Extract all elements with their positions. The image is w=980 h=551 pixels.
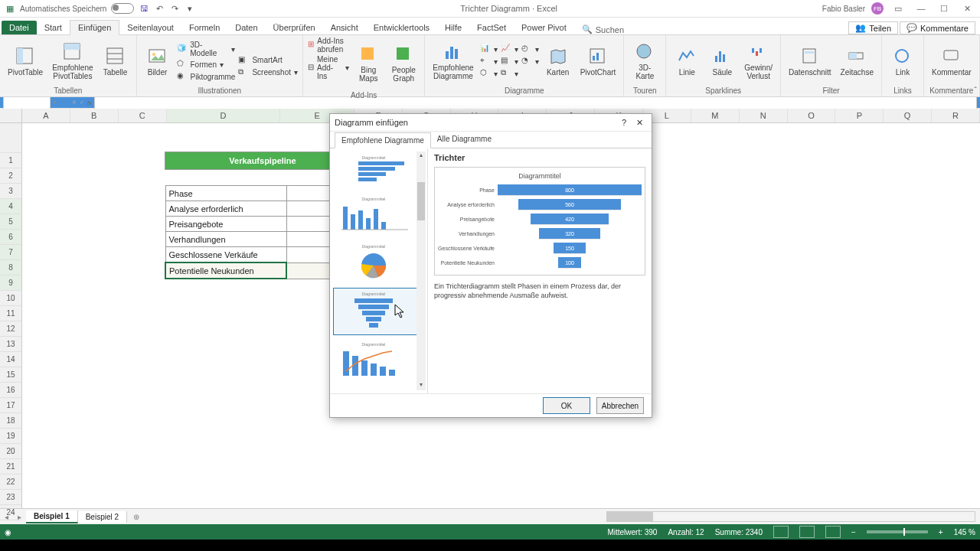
group-links-label: Links bbox=[887, 86, 919, 96]
tab-powerpivot[interactable]: Power Pivot bbox=[514, 21, 574, 34]
tab-formeln[interactable]: Formeln bbox=[181, 21, 227, 34]
active-cell[interactable]: Potentielle Neukunden bbox=[165, 262, 286, 279]
svg-point-28 bbox=[896, 50, 908, 62]
3d-models-button[interactable]: 🧊3D-Modelle ▾ bbox=[177, 41, 236, 57]
table-button[interactable]: Tabelle bbox=[100, 45, 132, 78]
my-addins-button[interactable]: ⊟Meine Add-Ins ▾ bbox=[308, 55, 349, 80]
pivotchart-button[interactable]: PivotChart bbox=[577, 45, 619, 78]
pivottable-button[interactable]: PivotTable bbox=[5, 45, 46, 78]
avatar[interactable]: FB bbox=[871, 2, 884, 15]
undo-icon[interactable]: ↶ bbox=[154, 3, 165, 14]
redo-icon[interactable]: ↷ bbox=[169, 3, 180, 14]
zoom-out-icon[interactable]: − bbox=[851, 528, 856, 536]
tab-ueberpruefen[interactable]: Überprüfen bbox=[266, 21, 323, 34]
slicer-button[interactable]: Datenschnitt bbox=[786, 45, 835, 78]
get-addins-button[interactable]: ⊞Add-Ins abrufen bbox=[308, 37, 349, 54]
bing-maps-button[interactable]: Bing Maps bbox=[352, 43, 384, 84]
tab-file[interactable]: Datei bbox=[2, 21, 37, 34]
comment-button[interactable]: Kommentar bbox=[929, 45, 975, 78]
group-sparklines-label: Sparklines bbox=[671, 86, 776, 96]
chart-type-title: Trichter bbox=[434, 153, 645, 162]
svg-rect-22 bbox=[756, 51, 758, 56]
smartart-button[interactable]: ▣SmartArt bbox=[238, 55, 298, 66]
timeline-button[interactable]: Zeitachse bbox=[838, 45, 877, 78]
minimize-icon[interactable]: — bbox=[913, 4, 929, 13]
zoom-in-icon[interactable]: + bbox=[939, 528, 943, 536]
thumb-pie[interactable]: Diagrammtitel bbox=[333, 240, 424, 285]
svg-rect-27 bbox=[849, 53, 857, 59]
sparkline-winloss-button[interactable]: Gewinn/ Verlust bbox=[741, 41, 776, 82]
maps-button[interactable]: Karten bbox=[542, 45, 574, 78]
pictures-button[interactable]: Bilder bbox=[142, 45, 174, 78]
svg-rect-11 bbox=[446, 51, 449, 59]
comments-button[interactable]: 💬Kommentare bbox=[900, 21, 975, 34]
tab-all-charts[interactable]: Alle Diagramme bbox=[431, 132, 498, 148]
collapse-ribbon-icon[interactable]: ˆ bbox=[974, 86, 977, 95]
tab-factset[interactable]: FactSet bbox=[469, 21, 514, 34]
svg-rect-50 bbox=[354, 298, 393, 303]
thumb-pareto[interactable]: Diagrammtitel bbox=[333, 338, 424, 383]
formula-input[interactable]: Potentielle Neukunden bbox=[94, 95, 977, 110]
name-box[interactable]: D9 bbox=[3, 95, 51, 110]
people-graph-button[interactable]: People Graph bbox=[387, 43, 420, 84]
chart-thumbnail-list[interactable]: Diagrammtitel Diagrammtitel Diagrammtite… bbox=[330, 148, 428, 393]
dialog-help-icon[interactable]: ? bbox=[616, 118, 632, 127]
tab-entwicklertools[interactable]: Entwicklertools bbox=[366, 21, 437, 34]
chart-preview[interactable]: Diagrammtitel Phase800 Analyse erforderl… bbox=[434, 167, 645, 276]
tab-recommended-charts[interactable]: Empfohlene Diagramme bbox=[335, 132, 431, 148]
cancel-button[interactable]: Abbrechen bbox=[596, 397, 644, 414]
svg-rect-51 bbox=[358, 305, 389, 309]
recommended-pivot-button[interactable]: Empfohlene PivotTables bbox=[49, 41, 96, 82]
chart-type-gallery[interactable]: 📊▾ 📈▾ ◴▾ ⌖▾ ▤▾ ◔▾ ⬡▾ ⧉▾ bbox=[480, 44, 539, 79]
link-button[interactable]: Link bbox=[887, 45, 919, 78]
tab-hilfe[interactable]: Hilfe bbox=[437, 21, 469, 34]
sparkline-column-button[interactable]: Säule bbox=[706, 45, 738, 78]
close-window-icon[interactable]: ✕ bbox=[959, 4, 975, 14]
thumb-clustered-column[interactable]: Diagrammtitel bbox=[333, 193, 424, 237]
maximize-icon[interactable]: ☐ bbox=[936, 4, 952, 14]
save-icon[interactable]: 🖫 bbox=[139, 3, 149, 14]
fx-icon[interactable]: fx bbox=[87, 100, 91, 106]
accept-formula-icon[interactable]: ✓ bbox=[80, 99, 84, 106]
tab-daten[interactable]: Daten bbox=[227, 21, 265, 34]
view-pagebreak-icon[interactable] bbox=[825, 526, 841, 538]
window-options-icon[interactable]: ▭ bbox=[890, 4, 906, 14]
recommended-charts-button[interactable]: Empfohlene Diagramme bbox=[430, 41, 476, 82]
view-pagelayout-icon[interactable] bbox=[799, 526, 815, 538]
thumbnail-scrollbar[interactable]: ▴ ▾ bbox=[416, 152, 426, 390]
name-box-dropdown-icon[interactable]: ▾ bbox=[54, 99, 57, 106]
tab-seitenlayout[interactable]: Seitenlayout bbox=[119, 21, 181, 34]
search-label[interactable]: Suchen bbox=[596, 25, 624, 34]
sheet-tab-1[interactable]: Beispiel 1 bbox=[26, 510, 78, 523]
3d-map-button[interactable]: 3D- Karte bbox=[629, 41, 661, 82]
qat-customize-icon[interactable]: ▾ bbox=[185, 3, 195, 14]
sparkline-line-button[interactable]: Linie bbox=[671, 45, 703, 78]
autosave-toggle[interactable] bbox=[111, 3, 134, 14]
search-icon[interactable]: 🔍 bbox=[582, 24, 593, 34]
share-button[interactable]: 👥Teilen bbox=[848, 21, 898, 34]
record-macro-icon[interactable]: ◉ bbox=[5, 528, 11, 536]
thumb-funnel[interactable]: Diagrammtitel bbox=[333, 288, 424, 335]
tab-ansicht[interactable]: Ansicht bbox=[323, 21, 366, 34]
horizontal-scrollbar[interactable] bbox=[606, 511, 975, 522]
svg-text:Diagrammtitel: Diagrammtitel bbox=[362, 342, 386, 347]
scroll-up-icon[interactable]: ▴ bbox=[416, 152, 426, 161]
row-headers[interactable]: 123 456789 10111213141516171819202122232… bbox=[0, 109, 22, 508]
shapes-button[interactable]: ⬠Formen ▾ bbox=[177, 59, 236, 70]
screenshot-button[interactable]: ⧉Screenshot ▾ bbox=[238, 67, 298, 78]
thumb-clustered-bar[interactable]: Diagrammtitel bbox=[333, 152, 424, 190]
svg-rect-23 bbox=[760, 48, 762, 53]
piktogramme-button[interactable]: ◉Piktogramme bbox=[177, 71, 236, 82]
svg-rect-36 bbox=[358, 167, 395, 171]
ok-button[interactable]: OK bbox=[543, 397, 590, 414]
new-sheet-icon[interactable]: ⊕ bbox=[127, 513, 145, 521]
zoom-level[interactable]: 145 % bbox=[954, 528, 975, 536]
view-normal-icon[interactable] bbox=[773, 526, 789, 538]
dialog-close-icon[interactable]: ✕ bbox=[632, 118, 647, 128]
zoom-slider[interactable] bbox=[867, 530, 928, 533]
tab-start[interactable]: Start bbox=[37, 21, 70, 34]
cancel-formula-icon[interactable]: ✕ bbox=[72, 99, 77, 106]
tab-einfuegen[interactable]: Einfügen bbox=[70, 20, 119, 35]
sheet-tab-2[interactable]: Beispiel 2 bbox=[78, 511, 127, 523]
scroll-down-icon[interactable]: ▾ bbox=[416, 381, 426, 390]
